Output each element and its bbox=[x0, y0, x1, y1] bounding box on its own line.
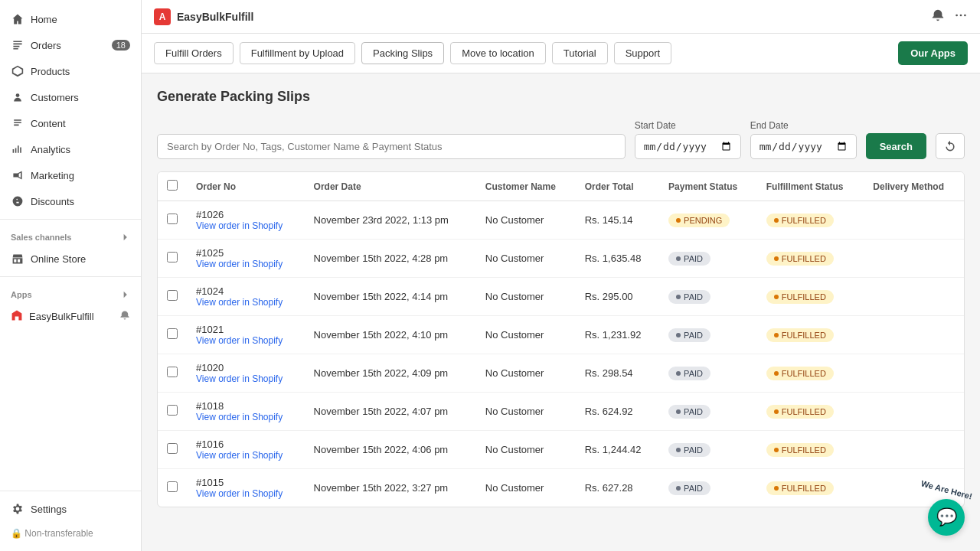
app-header-right bbox=[931, 8, 968, 24]
app-header-left: A EasyBulkFulfill bbox=[154, 8, 253, 25]
sidebar-item-marketing[interactable]: Marketing bbox=[0, 162, 141, 188]
order-date: November 15th 2022, 4:28 pm bbox=[305, 240, 476, 278]
order-link[interactable]: View order in Shopify bbox=[196, 297, 296, 308]
delivery-method bbox=[864, 431, 964, 469]
order-num: #1018 bbox=[196, 400, 224, 412]
col-fulfillment-status: Fulfillment Status bbox=[757, 172, 864, 201]
chat-button[interactable]: 💬 bbox=[928, 499, 965, 536]
order-date: November 15th 2022, 3:27 pm bbox=[305, 469, 476, 507]
row-checkbox-1[interactable] bbox=[167, 252, 178, 262]
sidebar-item-orders[interactable]: Orders 18 bbox=[0, 32, 141, 58]
order-date: November 15th 2022, 4:09 pm bbox=[305, 354, 476, 393]
order-link[interactable]: View order in Shopify bbox=[196, 259, 296, 269]
sidebar: Home Orders 18 Products Customers Cont bbox=[0, 0, 142, 551]
home-icon bbox=[11, 12, 24, 26]
our-apps-button[interactable]: Our Apps bbox=[898, 41, 968, 65]
sidebar-item-analytics[interactable]: Analytics bbox=[0, 136, 141, 162]
apps-section-label: Apps bbox=[0, 282, 141, 303]
tab-fulfillment-upload[interactable]: Fulfillment by Upload bbox=[240, 42, 355, 64]
order-total: Rs. 145.14 bbox=[576, 201, 659, 240]
order-link[interactable]: View order in Shopify bbox=[196, 335, 296, 346]
row-checkbox-4[interactable] bbox=[167, 367, 178, 377]
col-order-date: Order Date bbox=[305, 172, 476, 201]
orders-table-container: Order No Order Date Customer Name Order … bbox=[157, 171, 965, 507]
sidebar-item-online-store[interactable]: Online Store bbox=[0, 246, 141, 272]
col-order-total: Order Total bbox=[576, 172, 659, 201]
filter-row: Start Date End Date Search bbox=[157, 120, 965, 159]
bell-icon[interactable] bbox=[119, 310, 130, 323]
row-checkbox-3[interactable] bbox=[167, 328, 178, 339]
tab-packing-slips[interactable]: Packing Slips bbox=[361, 42, 444, 64]
marketing-icon bbox=[11, 168, 24, 182]
customer-name: No Customer bbox=[476, 240, 576, 278]
row-checkbox-7[interactable] bbox=[167, 481, 178, 492]
table-row: #1020 View order in Shopify November 15t… bbox=[158, 354, 964, 393]
delivery-method bbox=[864, 278, 964, 316]
svg-point-0 bbox=[16, 93, 20, 97]
order-num: #1016 bbox=[196, 439, 224, 450]
order-link[interactable]: View order in Shopify bbox=[196, 220, 296, 231]
order-total: Rs. 624.92 bbox=[576, 393, 659, 431]
fulfillment-status-badge: FULFILLED bbox=[766, 290, 834, 304]
sidebar-item-customers[interactable]: Customers bbox=[0, 84, 141, 110]
content-area: Generate Packing Slips Start Date End Da… bbox=[142, 73, 980, 551]
sidebar-item-settings[interactable]: Settings bbox=[0, 496, 141, 522]
sidebar-item-easybulkfulfill[interactable]: EasyBulkFulfill bbox=[0, 303, 141, 330]
orders-table: Order No Order Date Customer Name Order … bbox=[158, 172, 964, 507]
order-link[interactable]: View order in Shopify bbox=[196, 373, 296, 384]
more-icon[interactable] bbox=[954, 8, 968, 24]
row-checkbox-2[interactable] bbox=[167, 290, 178, 301]
app-title: EasyBulkFulfill bbox=[177, 11, 253, 23]
sidebar-item-content[interactable]: Content bbox=[0, 110, 141, 136]
order-link[interactable]: View order in Shopify bbox=[196, 412, 296, 422]
end-date-label: End Date bbox=[750, 120, 857, 131]
nav-tabs: Fulfill Orders Fulfillment by Upload Pac… bbox=[142, 34, 980, 73]
search-button[interactable]: Search bbox=[866, 133, 926, 159]
row-checkbox-5[interactable] bbox=[167, 405, 178, 416]
fulfillment-status-badge: FULFILLED bbox=[766, 443, 834, 457]
row-checkbox-6[interactable] bbox=[167, 443, 178, 454]
bell-header-icon[interactable] bbox=[931, 8, 945, 24]
chat-widget: We Are Here! 💬 bbox=[928, 499, 965, 536]
nav-tabs-left: Fulfill Orders Fulfillment by Upload Pac… bbox=[154, 42, 671, 64]
table-row: #1025 View order in Shopify November 15t… bbox=[158, 240, 964, 278]
customer-name: No Customer bbox=[476, 393, 576, 431]
order-date: November 15th 2022, 4:14 pm bbox=[305, 278, 476, 316]
search-input[interactable] bbox=[157, 134, 626, 159]
delivery-method bbox=[864, 240, 964, 278]
tab-tutorial[interactable]: Tutorial bbox=[552, 42, 608, 64]
order-link[interactable]: View order in Shopify bbox=[196, 488, 296, 499]
start-date-input[interactable] bbox=[635, 134, 741, 159]
products-icon bbox=[11, 64, 24, 78]
end-date-input[interactable] bbox=[750, 134, 857, 159]
fulfillment-status-badge: FULFILLED bbox=[766, 405, 834, 419]
sidebar-item-home[interactable]: Home bbox=[0, 6, 141, 32]
table-row: #1015 View order in Shopify November 15t… bbox=[158, 469, 964, 507]
payment-status-badge: PAID bbox=[668, 290, 710, 304]
analytics-icon bbox=[11, 142, 24, 156]
sidebar-item-products[interactable]: Products bbox=[0, 58, 141, 84]
delivery-method bbox=[864, 354, 964, 393]
sidebar-item-discounts[interactable]: Discounts bbox=[0, 188, 141, 214]
order-total: Rs. 1,231.92 bbox=[576, 316, 659, 354]
payment-status-badge: PAID bbox=[668, 252, 710, 266]
order-link[interactable]: View order in Shopify bbox=[196, 450, 296, 461]
select-all-checkbox[interactable] bbox=[167, 180, 178, 191]
order-num: #1020 bbox=[196, 362, 224, 373]
order-num: #1024 bbox=[196, 285, 224, 297]
tab-move-location[interactable]: Move to location bbox=[450, 42, 546, 64]
end-date-group: End Date bbox=[750, 120, 857, 159]
refresh-button[interactable] bbox=[936, 133, 965, 159]
order-date: November 15th 2022, 4:06 pm bbox=[305, 431, 476, 469]
lock-icon: 🔒 bbox=[11, 528, 24, 539]
payment-status-badge: PAID bbox=[668, 328, 710, 342]
row-checkbox-0[interactable] bbox=[167, 214, 178, 224]
tab-support[interactable]: Support bbox=[614, 42, 672, 64]
col-order-no: Order No bbox=[187, 172, 305, 201]
customer-name: No Customer bbox=[476, 201, 576, 240]
customer-name: No Customer bbox=[476, 316, 576, 354]
customer-name: No Customer bbox=[476, 278, 576, 316]
fulfillment-status-badge: FULFILLED bbox=[766, 328, 834, 342]
tab-fulfill-orders[interactable]: Fulfill Orders bbox=[154, 42, 234, 64]
col-customer-name: Customer Name bbox=[476, 172, 576, 201]
